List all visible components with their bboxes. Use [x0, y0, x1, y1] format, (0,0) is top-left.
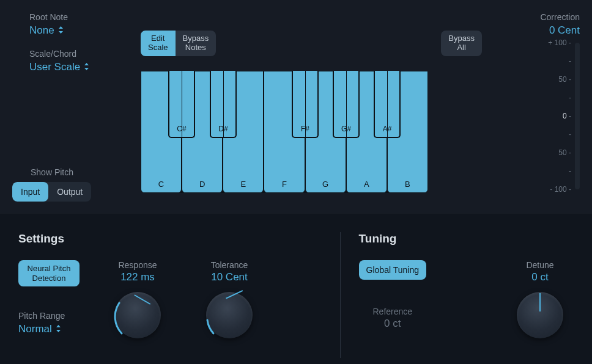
- response-value: 122 ms: [120, 271, 155, 283]
- key-f-sharp[interactable]: F#: [292, 71, 319, 138]
- chevron-updown-icon: [58, 26, 64, 35]
- detune-value: 0 ct: [531, 271, 548, 283]
- bypass-all-button[interactable]: Bypass All: [441, 31, 482, 56]
- show-pitch-input[interactable]: Input: [12, 182, 48, 202]
- settings-title: Settings: [18, 232, 322, 246]
- scale-chord-label: Scale/Chord: [29, 49, 122, 59]
- tuning-panel: Tuning Global Tuning Reference 0 ct Detu…: [341, 232, 574, 358]
- tolerance-value: 10 Cent: [211, 271, 248, 283]
- global-tuning-button[interactable]: Global Tuning: [359, 260, 426, 280]
- key-g-sharp[interactable]: G#: [333, 71, 360, 138]
- chevron-updown-icon: [84, 63, 89, 71]
- edit-scale-button[interactable]: Edit Scale: [141, 31, 176, 56]
- response-label: Response: [118, 260, 157, 270]
- piano-keyboard: C D E F G A B C# D# F# G# A#: [141, 71, 428, 193]
- bypass-notes-button[interactable]: Bypass Notes: [176, 31, 216, 56]
- reference-label: Reference: [359, 307, 426, 316]
- tuning-title: Tuning: [359, 232, 574, 246]
- show-pitch-toggle: Input Output: [12, 182, 91, 202]
- key-d-sharp[interactable]: D#: [210, 71, 237, 138]
- scale-chord-value: User Scale: [29, 61, 80, 73]
- pitch-range-value: Normal: [18, 323, 52, 335]
- chevron-updown-icon: [56, 325, 61, 333]
- correction-label: Correction: [500, 12, 580, 22]
- scale-chord-dropdown[interactable]: User Scale: [29, 61, 89, 73]
- left-panel: Root Note None Scale/Chord User Scale Sh…: [12, 12, 122, 208]
- correction-meter: [575, 43, 580, 189]
- key-c-sharp[interactable]: C#: [168, 71, 195, 138]
- settings-panel: Settings Neural Pitch Detection Pitch Ra…: [18, 232, 341, 358]
- correction-value: 0 Cent: [549, 24, 580, 37]
- response-knob[interactable]: [114, 292, 161, 338]
- pitch-range-dropdown[interactable]: Normal: [18, 323, 61, 335]
- pitch-range-label: Pitch Range: [18, 311, 80, 321]
- root-note-dropdown[interactable]: None: [29, 24, 64, 37]
- center-panel: Edit Scale Bypass Notes Bypass All C D E…: [122, 12, 500, 208]
- root-note-label: Root Note: [29, 12, 122, 22]
- key-a-sharp[interactable]: A#: [374, 71, 401, 138]
- tolerance-label: Tolerance: [211, 260, 248, 270]
- reference-value: 0 ct: [359, 318, 426, 330]
- neural-pitch-detection-button[interactable]: Neural Pitch Detection: [18, 260, 80, 286]
- show-pitch-output[interactable]: Output: [48, 182, 91, 202]
- correction-panel: Correction 0 Cent + 100 50 0 50 - 100: [500, 12, 580, 208]
- root-note-value: None: [29, 24, 54, 37]
- tolerance-knob[interactable]: [206, 292, 253, 338]
- detune-label: Detune: [526, 260, 553, 270]
- correction-meter-scale: + 100 50 0 50 - 100: [538, 43, 575, 189]
- detune-knob[interactable]: [517, 292, 563, 338]
- show-pitch-label: Show Pitch: [31, 167, 122, 177]
